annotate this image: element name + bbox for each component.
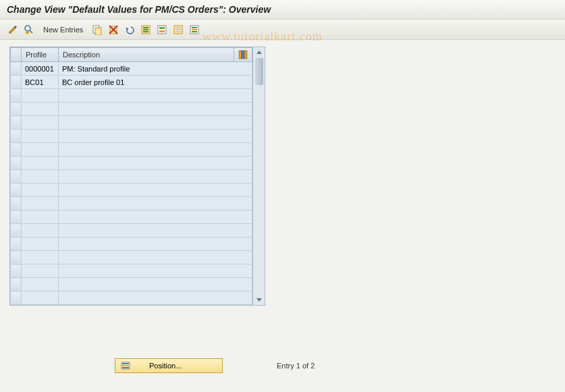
vertical-scrollbar[interactable] [252,47,265,305]
table-row[interactable] [11,224,252,237]
scroll-up-arrow-icon[interactable] [255,49,263,57]
svg-rect-27 [122,363,129,364]
description-cell[interactable] [59,251,252,264]
profile-cell[interactable]: BC01 [22,76,59,89]
copy-icon[interactable] [91,24,103,36]
row-selector[interactable] [11,237,22,251]
profile-cell[interactable] [22,237,59,251]
row-selector[interactable] [11,278,22,291]
profile-cell[interactable] [22,264,59,278]
table-row[interactable] [11,157,252,170]
table-row[interactable]: 0000001PM: Standard profile [11,62,252,76]
table-row[interactable] [11,143,252,157]
profile-cell[interactable] [22,211,59,224]
description-cell[interactable] [59,184,252,197]
row-selector[interactable] [11,76,22,89]
select-all-corner[interactable] [11,48,22,62]
row-selector[interactable] [11,251,22,264]
profile-cell[interactable] [22,291,59,305]
row-selector[interactable] [11,62,22,76]
svg-rect-25 [244,51,247,59]
profile-cell[interactable] [22,197,59,211]
table-row[interactable] [11,103,252,116]
profile-cell[interactable] [22,251,59,264]
profile-cell[interactable] [22,278,59,291]
select-all-icon[interactable] [140,24,152,36]
print-config-icon[interactable] [188,24,200,36]
row-selector[interactable] [11,184,22,197]
description-cell[interactable]: BC order profile 01 [59,76,252,89]
position-button[interactable]: Position... [115,358,223,373]
scroll-down-arrow-icon[interactable] [255,296,263,304]
profile-cell[interactable] [22,103,59,116]
table-row[interactable] [11,89,252,103]
description-cell[interactable] [59,116,252,130]
profile-cell[interactable] [22,130,59,143]
table-row[interactable] [11,116,252,130]
row-selector[interactable] [11,130,22,143]
row-selector[interactable] [11,170,22,184]
description-cell[interactable] [59,278,252,291]
table-row[interactable] [11,237,252,251]
description-cell[interactable] [59,224,252,237]
profile-cell[interactable] [22,184,59,197]
table-config-button[interactable] [234,48,252,62]
table-row[interactable] [11,197,252,211]
description-cell[interactable] [59,211,252,224]
profile-cell[interactable] [22,157,59,170]
description-cell[interactable] [59,89,252,103]
table-row[interactable] [11,264,252,278]
svg-rect-11 [143,31,149,32]
table-row[interactable]: BC01BC order profile 01 [11,76,252,89]
row-selector[interactable] [11,157,22,170]
toggle-display-change-icon[interactable] [7,24,19,36]
row-selector[interactable] [11,197,22,211]
description-cell[interactable]: PM: Standard profile [59,62,252,76]
row-selector[interactable] [11,89,22,103]
find-icon[interactable] [23,24,35,36]
profile-cell[interactable] [22,89,59,103]
deselect-all-icon[interactable] [172,24,184,36]
table-row[interactable] [11,211,252,224]
profile-cell[interactable] [22,143,59,157]
svg-rect-18 [176,31,181,32]
row-selector[interactable] [11,211,22,224]
table-row[interactable] [11,170,252,184]
row-selector[interactable] [11,264,22,278]
column-header-profile[interactable]: Profile [22,48,59,62]
page-title: Change View "Default Values for PM/CS Or… [7,4,271,15]
row-selector[interactable] [11,143,22,157]
row-selector[interactable] [11,291,22,305]
toolbar: New Entries [0,20,565,40]
description-cell[interactable] [59,291,252,305]
description-cell[interactable] [59,170,252,184]
column-header-description[interactable]: Description [59,48,234,62]
scroll-thumb[interactable] [255,58,263,85]
svg-rect-2 [26,32,29,34]
row-selector[interactable] [11,116,22,130]
select-block-icon[interactable] [156,24,168,36]
table-row[interactable] [11,184,252,197]
description-cell[interactable] [59,264,252,278]
description-cell[interactable] [59,197,252,211]
profile-cell[interactable] [22,170,59,184]
profile-cell[interactable]: 0000001 [22,62,59,76]
row-selector[interactable] [11,103,22,116]
description-cell[interactable] [59,130,252,143]
delete-icon[interactable] [107,24,119,36]
description-cell[interactable] [59,143,252,157]
table-row[interactable] [11,291,252,305]
new-entries-button[interactable]: New Entries [39,26,87,34]
table-row[interactable] [11,278,252,291]
table-row[interactable] [11,130,252,143]
profile-cell[interactable] [22,116,59,130]
description-cell[interactable] [59,237,252,251]
description-cell[interactable] [59,157,252,170]
profile-cell[interactable] [22,224,59,237]
svg-rect-10 [143,29,149,30]
table-row[interactable] [11,251,252,264]
description-cell[interactable] [59,103,252,116]
undo-icon[interactable] [124,24,136,36]
row-selector[interactable] [11,224,22,237]
svg-rect-23 [239,51,242,59]
